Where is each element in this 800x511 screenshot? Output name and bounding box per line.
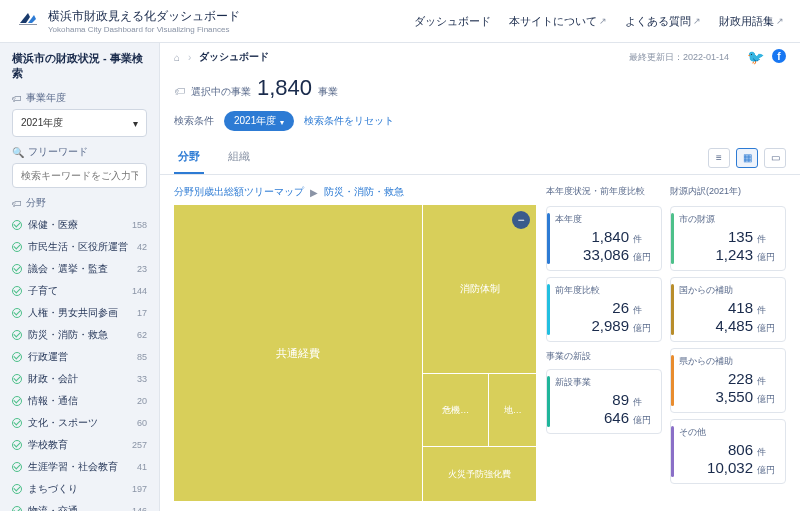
home-icon[interactable]: ⌂ xyxy=(174,52,180,63)
category-item[interactable]: 防災・消防・救急62 xyxy=(12,324,147,346)
category-item[interactable]: 子育て144 xyxy=(12,280,147,302)
view-switch: ≡ ▦ ▭ xyxy=(708,148,786,168)
card-new-projects[interactable]: 新設事業 89件 646億円 xyxy=(546,369,662,434)
category-name: 学校教育 xyxy=(28,438,132,452)
category-name: まちづくり xyxy=(28,482,132,496)
card-prev-year[interactable]: 前年度比較 26件 2,989億円 xyxy=(546,277,662,342)
card-national-subsidy[interactable]: 国からの補助 418件 4,485億円 xyxy=(670,277,786,342)
tag-icon: 🏷 xyxy=(12,93,22,104)
category-item[interactable]: 行政運営85 xyxy=(12,346,147,368)
facebook-icon[interactable]: f xyxy=(772,49,786,63)
nav-glossary[interactable]: 財政用語集↗ xyxy=(719,14,784,29)
sidebar: 横浜市の財政状況 - 事業検索 🏷事業年度 2021年度▾ 🔍フリーワード 🏷分… xyxy=(0,43,160,511)
tab-organization[interactable]: 組織 xyxy=(224,141,254,174)
view-btn-card[interactable]: ▭ xyxy=(764,148,786,168)
category-name: 防災・消防・救急 xyxy=(28,328,137,342)
twitter-icon[interactable]: 🐦 xyxy=(747,49,764,65)
check-icon xyxy=(12,264,22,274)
site-title-en: Yokohama City Dashboard for Visualizing … xyxy=(48,25,240,34)
top-header: 横浜市財政見える化ダッシュボード Yokohama City Dashboard… xyxy=(0,0,800,43)
category-name: 保健・医療 xyxy=(28,218,132,232)
filter-row: 検索条件 2021年度 検索条件をリセット xyxy=(160,107,800,141)
brand-block: 横浜市財政見える化ダッシュボード Yokohama City Dashboard… xyxy=(48,8,240,34)
selected-count-label: 選択中の事業 xyxy=(191,85,251,99)
check-icon xyxy=(12,484,22,494)
check-icon xyxy=(12,396,22,406)
check-icon xyxy=(12,440,22,450)
breadcrumb-bar: ⌂ › ダッシュボード 最終更新日：2022-01-14 🐦 f xyxy=(160,43,800,71)
treemap-node[interactable]: 危機… xyxy=(423,374,488,446)
last-updated: 最終更新日：2022-01-14 xyxy=(629,51,729,64)
category-name: 議会・選挙・監査 xyxy=(28,262,137,276)
card-other-source[interactable]: その他 806件 10,032億円 xyxy=(670,419,786,484)
category-item[interactable]: 人権・男女共同参画17 xyxy=(12,302,147,324)
category-name: 行政運営 xyxy=(28,350,137,364)
category-count: 85 xyxy=(137,352,147,362)
category-count: 33 xyxy=(137,374,147,384)
nav-faq[interactable]: よくある質問↗ xyxy=(625,14,701,29)
freeword-label: 🔍フリーワード xyxy=(12,145,147,159)
treemap-node[interactable]: 火災予防強化費 xyxy=(423,447,536,501)
check-icon xyxy=(12,220,22,230)
check-icon xyxy=(12,506,22,511)
site-title-ja: 横浜市財政見える化ダッシュボード xyxy=(48,8,240,25)
stats-new-header: 事業の新設 xyxy=(546,350,662,363)
check-icon xyxy=(12,242,22,252)
treemap-node[interactable]: 地… xyxy=(489,374,536,446)
nav-about[interactable]: 本サイトについて↗ xyxy=(509,14,607,29)
category-count: 17 xyxy=(137,308,147,318)
category-item[interactable]: 情報・通信20 xyxy=(12,390,147,412)
treemap-path-current: 防災・消防・救急 xyxy=(324,185,404,199)
category-list: 保健・医療158市民生活・区役所運営42議会・選挙・監査23子育て144人権・男… xyxy=(12,214,147,511)
chevron-down-icon xyxy=(280,116,284,127)
dashboard-content: 分野別歳出総額ツリーマップ ▶ 防災・消防・救急 共通経費 消防体制 − xyxy=(160,175,800,511)
category-count: 62 xyxy=(137,330,147,340)
card-city-source[interactable]: 市の財源 135件 1,243億円 xyxy=(670,206,786,271)
treemap-node[interactable]: 共通経費 xyxy=(174,205,422,501)
category-label: 🏷分野 xyxy=(12,196,147,210)
card-prefectural-subsidy[interactable]: 県からの補助 228件 3,550億円 xyxy=(670,348,786,413)
tab-field[interactable]: 分野 xyxy=(174,141,204,174)
category-item[interactable]: 物流・交通146 xyxy=(12,500,147,511)
category-count: 20 xyxy=(137,396,147,406)
site-logo xyxy=(16,9,40,33)
view-btn-bar[interactable]: ≡ xyxy=(708,148,730,168)
sidebar-title: 横浜市の財政状況 - 事業検索 xyxy=(12,51,147,81)
category-item[interactable]: 生涯学習・社会教育41 xyxy=(12,456,147,478)
treemap-chart[interactable]: 共通経費 消防体制 − 危機… 地… 火災予防強化費 xyxy=(174,205,536,501)
nav-dashboard[interactable]: ダッシュボード xyxy=(414,14,491,29)
category-name: 人権・男女共同参画 xyxy=(28,306,137,320)
filter-pill-year[interactable]: 2021年度 xyxy=(224,111,294,131)
category-name: 市民生活・区役所運営 xyxy=(28,240,137,254)
freeword-input[interactable] xyxy=(12,163,147,188)
breadcrumb-current: ダッシュボード xyxy=(199,50,269,64)
selected-count-number: 1,840 xyxy=(257,75,312,101)
category-count: 146 xyxy=(132,506,147,511)
filter-cond-label: 検索条件 xyxy=(174,114,214,128)
external-link-icon: ↗ xyxy=(693,16,701,26)
tab-bar: 分野 組織 ≡ ▦ ▭ xyxy=(160,141,800,175)
category-name: 文化・スポーツ xyxy=(28,416,137,430)
card-current-year[interactable]: 本年度 1,840件 33,086億円 xyxy=(546,206,662,271)
treemap-path-root[interactable]: 分野別歳出総額ツリーマップ xyxy=(174,185,304,199)
treemap-collapse-button[interactable]: − xyxy=(512,211,530,229)
category-item[interactable]: 文化・スポーツ60 xyxy=(12,412,147,434)
check-icon xyxy=(12,352,22,362)
reset-filters-link[interactable]: 検索条件をリセット xyxy=(304,114,394,128)
selected-count-row: 🏷 選択中の事業 1,840 事業 xyxy=(160,71,800,107)
selected-count-unit: 事業 xyxy=(318,85,338,99)
check-icon xyxy=(12,330,22,340)
treemap-node[interactable]: 消防体制 − xyxy=(423,205,536,373)
stats-panel: 本年度状況・前年度比較 本年度 1,840件 33,086億円 前年度比較 26… xyxy=(546,185,786,501)
category-item[interactable]: 保健・医療158 xyxy=(12,214,147,236)
view-btn-treemap[interactable]: ▦ xyxy=(736,148,758,168)
fiscal-year-select[interactable]: 2021年度▾ xyxy=(12,109,147,137)
category-item[interactable]: 学校教育257 xyxy=(12,434,147,456)
category-item[interactable]: まちづくり197 xyxy=(12,478,147,500)
category-item[interactable]: 議会・選挙・監査23 xyxy=(12,258,147,280)
category-item[interactable]: 財政・会計33 xyxy=(12,368,147,390)
category-item[interactable]: 市民生活・区役所運営42 xyxy=(12,236,147,258)
treemap-breadcrumb: 分野別歳出総額ツリーマップ ▶ 防災・消防・救急 xyxy=(174,185,536,199)
chevron-right-icon: ▶ xyxy=(310,187,318,198)
category-count: 60 xyxy=(137,418,147,428)
